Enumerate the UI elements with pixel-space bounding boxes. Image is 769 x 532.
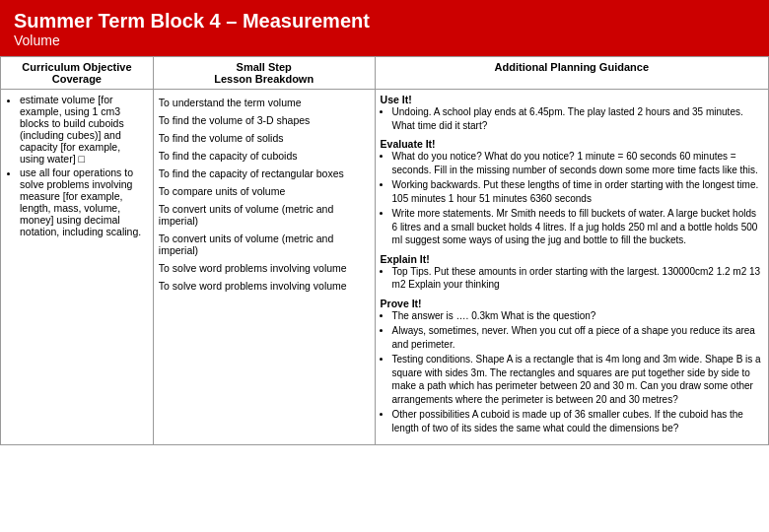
list-item: The answer is …. 0.3km What is the quest… (392, 309, 763, 323)
list-item: Other possibilities A cuboid is made up … (392, 408, 763, 434)
small-step-item: To find the capacity of rectangular boxe… (159, 165, 370, 182)
small-step-item: To solve word problems involving volume (159, 277, 370, 295)
list-item: use all four operations to solve problem… (20, 166, 148, 237)
page-subtitle: Volume (14, 33, 755, 48)
guidance-bullets: What do you notice? What do you notice? … (381, 150, 763, 247)
list-item: Always, sometimes, never. When you cut o… (392, 324, 763, 351)
header: Summer Term Block 4 – Measurement Volume (0, 0, 769, 56)
small-step-item: To compare units of volume (159, 182, 370, 200)
guidance-bullets: Undoing. A school play ends at 6.45pm. T… (381, 105, 763, 132)
guidance-section: Use It!Undoing. A school play ends at 6.… (381, 94, 763, 132)
list-item: Testing conditions. Shape A is a rectang… (392, 353, 763, 406)
curriculum-cell: estimate volume [for example, using 1 cm… (1, 90, 154, 445)
small-step-item: To convert units of volume (metric and i… (159, 230, 370, 259)
small-step-item: To understand the term volume (159, 94, 370, 111)
small-step-item: To find the volume of solids (159, 129, 370, 147)
list-item: Working backwards. Put these lengths of … (392, 178, 763, 205)
guidance-section-title: Use It! (381, 94, 763, 105)
guidance-section-title: Prove It! (381, 298, 763, 309)
small-step-item: To solve word problems involving volume (159, 259, 370, 277)
guidance-section: Prove It!The answer is …. 0.3km What is … (381, 298, 763, 435)
small-step-item: To find the capacity of cuboids (159, 147, 370, 165)
guidance-bullets: The answer is …. 0.3km What is the quest… (381, 309, 763, 435)
small-step-item: To find the volume of 3-D shapes (159, 111, 370, 129)
col1-header: Curriculum Objective Coverage (1, 57, 154, 90)
list-item: Top Tips. Put these amounts in order sta… (392, 265, 763, 292)
list-item: Undoing. A school play ends at 6.45pm. T… (392, 105, 763, 132)
list-item: estimate volume [for example, using 1 cm… (20, 94, 148, 165)
col2-header: Small StepLesson Breakdown (153, 57, 375, 90)
guidance-section: Explain It!Top Tips. Put these amounts i… (381, 253, 763, 292)
guidance-cell: Use It!Undoing. A school play ends at 6.… (375, 90, 768, 445)
small-steps-cell: To understand the term volumeTo find the… (153, 90, 375, 445)
list-item: Write more statements. Mr Smith needs to… (392, 207, 763, 247)
main-table: Curriculum Objective Coverage Small Step… (0, 56, 769, 445)
guidance-section: Evaluate It!What do you notice? What do … (381, 138, 763, 247)
page-title: Summer Term Block 4 – Measurement (14, 10, 755, 33)
guidance-section-title: Evaluate It! (381, 138, 763, 150)
curriculum-list: estimate volume [for example, using 1 cm… (6, 94, 148, 237)
col3-header: Additional Planning Guidance (375, 57, 768, 90)
guidance-section-title: Explain It! (381, 253, 763, 265)
list-item: What do you notice? What do you notice? … (392, 150, 763, 176)
guidance-bullets: Top Tips. Put these amounts in order sta… (381, 265, 763, 292)
small-step-item: To convert units of volume (metric and i… (159, 200, 370, 230)
